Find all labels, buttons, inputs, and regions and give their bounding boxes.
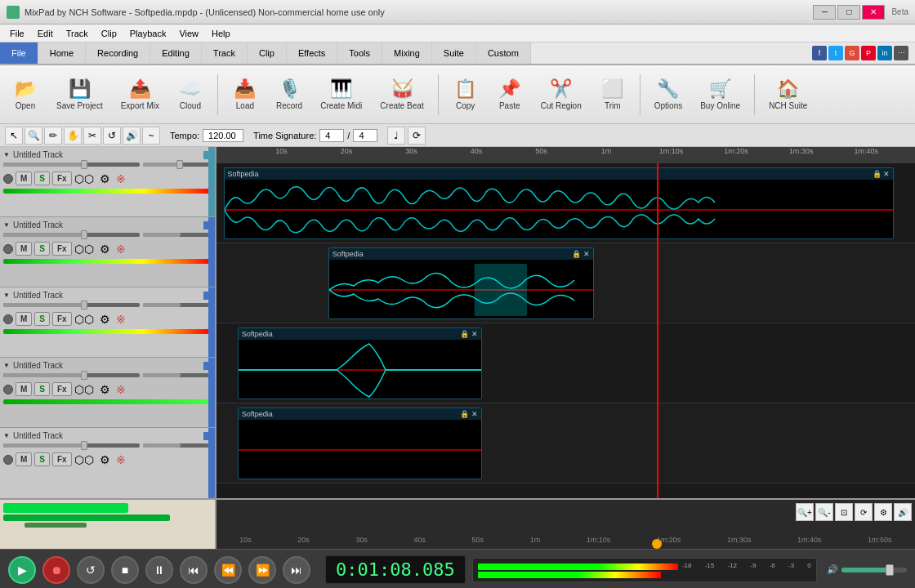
tab-home[interactable]: Home	[38, 42, 86, 64]
tab-mixing[interactable]: Mixing	[382, 42, 432, 64]
tb2-fade-btn[interactable]: ~	[142, 127, 160, 145]
track-3-pan-slider[interactable]	[143, 303, 212, 307]
track-2-pan-slider[interactable]	[143, 233, 212, 237]
track-2-mute-btn[interactable]: M	[16, 242, 32, 256]
tb2-select-btn[interactable]: ↖	[5, 127, 23, 145]
menu-view[interactable]: View	[172, 24, 205, 42]
copy-button[interactable]: 📋 Copy	[445, 69, 486, 120]
tab-editing[interactable]: Editing	[150, 42, 202, 64]
tb2-loop2-btn[interactable]: ⟳	[408, 127, 426, 145]
master-vol-handle[interactable]	[886, 564, 894, 576]
track-lane-5[interactable]	[216, 483, 915, 498]
track-3-settings-btn[interactable]: ⚙	[100, 313, 110, 326]
track-5-led[interactable]	[3, 455, 13, 465]
track-4-settings-btn[interactable]: ⚙	[100, 383, 110, 396]
ov-vol-btn[interactable]: 🔊	[894, 503, 912, 521]
open-button[interactable]: 📂 Open	[5, 69, 46, 120]
go-start-button[interactable]: ⏮	[180, 556, 208, 584]
track-5-solo-btn[interactable]: S	[34, 452, 50, 466]
overview-right[interactable]: 10s 20s 30s 40s 50s 1m 1m:10s 1m:20s 1m:…	[216, 500, 915, 549]
menu-clip[interactable]: Clip	[95, 24, 123, 42]
track-2-settings-btn[interactable]: ⚙	[100, 243, 110, 256]
options-button[interactable]: 🔧 Options	[647, 69, 690, 120]
track-4-pan-slider[interactable]	[143, 373, 212, 377]
track-3-fx2-btn[interactable]: ※	[116, 313, 126, 326]
pause-button[interactable]: ⏸	[145, 556, 173, 584]
tab-file[interactable]: File	[0, 42, 38, 64]
track-4-solo-btn[interactable]: S	[34, 382, 50, 396]
track-3-solo-btn[interactable]: S	[34, 312, 50, 326]
minimize-button[interactable]: ─	[813, 5, 836, 20]
more-social-icon[interactable]: ⋯	[894, 46, 908, 60]
track-3-fx-btn[interactable]: Fx	[52, 312, 72, 326]
track-1-pan-slider[interactable]	[143, 163, 212, 167]
cloud-button[interactable]: ☁️ Cloud	[170, 69, 211, 120]
tab-clip[interactable]: Clip	[248, 42, 287, 64]
rewind-button[interactable]: ⏪	[214, 556, 242, 584]
save-project-button[interactable]: 💾 Save Project	[49, 69, 110, 120]
load-button[interactable]: 📥 Load	[225, 69, 266, 120]
track-1-solo-btn[interactable]: S	[34, 172, 50, 185]
tb2-loop-btn[interactable]: ↺	[103, 127, 121, 145]
track-4-mute-btn[interactable]: M	[16, 382, 32, 396]
loop-button[interactable]: ↺	[77, 556, 105, 584]
ov-zoom-in-btn[interactable]: 🔍+	[796, 503, 814, 521]
track-3-vol-slider[interactable]	[3, 303, 140, 307]
stop-button[interactable]: ■	[111, 556, 139, 584]
track-2-vol-slider[interactable]	[3, 233, 140, 237]
vol-handle-5[interactable]	[81, 441, 87, 450]
ov-settings-btn[interactable]: ⚙	[874, 503, 892, 521]
play-button[interactable]: ▶	[8, 556, 36, 584]
tab-track[interactable]: Track	[202, 42, 248, 64]
track-5-vol-slider[interactable]	[3, 443, 140, 448]
facebook-icon[interactable]: f	[812, 46, 827, 60]
pan-handle-1[interactable]	[176, 160, 183, 169]
trim-button[interactable]: ⬜ Trim	[592, 69, 633, 120]
track-5-pan-slider[interactable]	[143, 443, 212, 448]
vol-handle-1[interactable]	[81, 160, 87, 169]
audio-clip-2[interactable]: Softpedia 🔒 ✕	[328, 247, 594, 319]
master-volume-slider[interactable]	[841, 568, 907, 572]
track-1-fx2-btn[interactable]: ※	[116, 172, 126, 185]
track-lane-4[interactable]: Softpedia 🔒 ✕	[216, 403, 915, 483]
export-mix-button[interactable]: 📤 Export Mix	[114, 69, 167, 120]
vol-handle-2[interactable]	[81, 230, 87, 239]
tab-tools[interactable]: Tools	[337, 42, 382, 64]
vol-handle-4[interactable]	[81, 371, 87, 380]
maximize-button[interactable]: □	[837, 5, 860, 20]
menu-help[interactable]: Help	[205, 24, 237, 42]
track-1-plugin-btn[interactable]: ⬡⬡	[74, 172, 94, 185]
audio-clip-1[interactable]: Softpedia 🔒 ✕	[224, 167, 895, 239]
create-midi-button[interactable]: 🎹 Create Midi	[313, 69, 369, 120]
google-icon[interactable]: G	[845, 46, 859, 60]
menu-edit[interactable]: Edit	[31, 24, 60, 42]
tab-suite[interactable]: Suite	[432, 42, 476, 64]
tb2-vol-btn[interactable]: 🔊	[123, 127, 141, 145]
track-1-fx-btn[interactable]: Fx	[52, 172, 72, 185]
tb2-zoom-btn[interactable]: 🔍	[25, 127, 42, 145]
track-5-mute-btn[interactable]: M	[16, 452, 32, 466]
audio-clip-3[interactable]: Softpedia 🔒 ✕	[238, 327, 482, 399]
record-transport-button[interactable]: ⏺	[42, 556, 70, 584]
menu-track[interactable]: Track	[60, 24, 95, 42]
track-lane-1[interactable]: Softpedia 🔒 ✕	[216, 163, 915, 243]
create-beat-button[interactable]: 🥁 Create Beat	[373, 69, 431, 120]
tb2-cut-btn[interactable]: ✂	[83, 127, 101, 145]
close-button[interactable]: ✕	[862, 5, 885, 20]
ov-zoom-out-btn[interactable]: 🔍-	[815, 503, 833, 521]
tb2-pencil-btn[interactable]: ✏	[44, 127, 62, 145]
track-lane-3[interactable]: Softpedia 🔒 ✕	[216, 323, 915, 403]
track-4-led[interactable]	[3, 385, 13, 394]
track-4-plugin-btn[interactable]: ⬡⬡	[74, 383, 94, 396]
track-4-fx2-btn[interactable]: ※	[116, 383, 126, 396]
track-3-mute-btn[interactable]: M	[16, 312, 32, 326]
track-5-plugin-btn[interactable]: ⬡⬡	[74, 453, 94, 466]
cut-region-button[interactable]: ✂️ Cut Region	[533, 69, 589, 120]
record-button[interactable]: 🎙️ Record	[269, 69, 310, 120]
track-1-led[interactable]	[3, 174, 13, 184]
audio-clip-4[interactable]: Softpedia 🔒 ✕	[238, 408, 482, 479]
track-lane-2[interactable]: Softpedia 🔒 ✕	[216, 243, 915, 323]
track-2-solo-btn[interactable]: S	[34, 242, 50, 256]
track-2-plugin-btn[interactable]: ⬡⬡	[74, 243, 94, 256]
tempo-input[interactable]	[203, 129, 243, 142]
